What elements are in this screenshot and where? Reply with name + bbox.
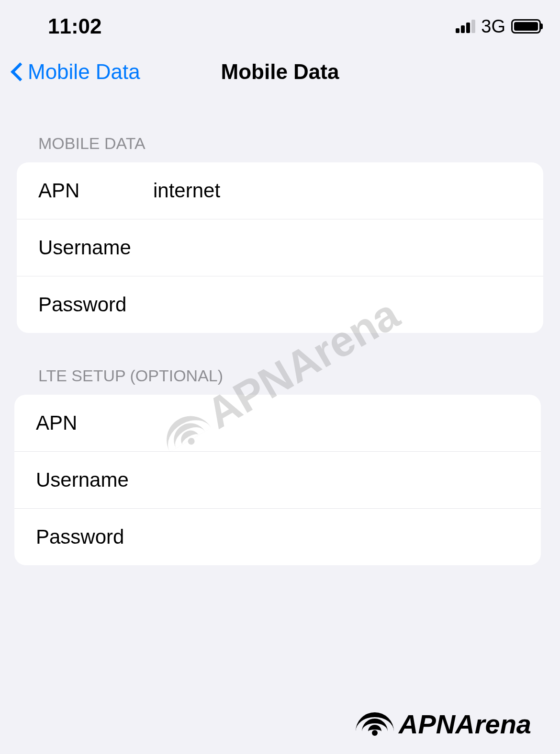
lte-username-row[interactable]: Username (14, 452, 541, 509)
watermark-bottom-text: APNArena (399, 708, 531, 740)
password-label: Password (38, 293, 153, 316)
back-label: Mobile Data (28, 60, 140, 84)
status-time: 11:02 (48, 14, 102, 38)
mobile-data-group: APN Username Password (17, 162, 543, 333)
username-row[interactable]: Username (17, 219, 543, 276)
status-bar: 11:02 3G (0, 0, 560, 48)
apn-input[interactable] (153, 179, 522, 202)
lte-password-input[interactable] (151, 526, 519, 548)
page-title: Mobile Data (221, 60, 339, 84)
lte-setup-section: LTE SETUP (OPTIONAL) APN Username Passwo… (0, 366, 560, 565)
lte-apn-row[interactable]: APN (14, 395, 541, 452)
section-header-lte: LTE SETUP (OPTIONAL) (0, 366, 560, 395)
lte-username-input[interactable] (151, 468, 519, 491)
network-type: 3G (481, 16, 505, 37)
section-header-mobile-data: MOBILE DATA (0, 134, 560, 162)
password-input[interactable] (153, 293, 522, 316)
battery-icon (511, 19, 541, 34)
lte-password-label: Password (36, 526, 151, 548)
mobile-data-section: MOBILE DATA APN Username Password (0, 134, 560, 333)
lte-password-row[interactable]: Password (14, 509, 541, 565)
lte-setup-group: APN Username Password (14, 395, 541, 565)
lte-username-label: Username (36, 468, 151, 491)
lte-apn-label: APN (36, 411, 151, 434)
apn-label: APN (38, 179, 153, 202)
status-indicators: 3G (456, 16, 541, 37)
signal-icon (456, 20, 475, 33)
username-label: Username (38, 236, 153, 259)
chevron-left-icon (10, 61, 24, 82)
wifi-icon (356, 710, 394, 739)
apn-row[interactable]: APN (17, 162, 543, 219)
password-row[interactable]: Password (17, 276, 543, 333)
lte-apn-input[interactable] (151, 411, 519, 434)
watermark-bottom: APNArena (356, 708, 531, 740)
username-input[interactable] (153, 236, 522, 259)
back-button[interactable]: Mobile Data (10, 60, 140, 84)
navigation-bar: Mobile Data Mobile Data (0, 48, 560, 101)
